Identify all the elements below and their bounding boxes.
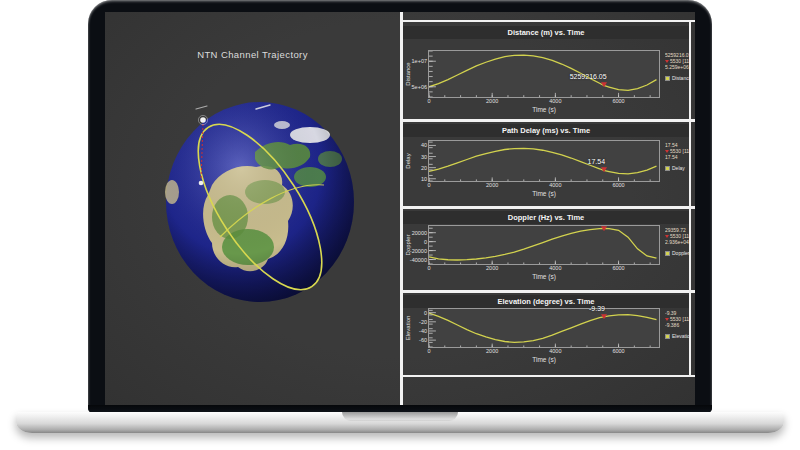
distance-y-ticks: 1e+075e+06 xyxy=(407,51,427,97)
doppler-legend: 29359.72 5530 [1106] 2.936e+04 Doppler xyxy=(665,227,689,256)
elevation-curve xyxy=(429,313,656,342)
doppler-chart-section: Doppler (Hz) vs. Time Doppler 200000-200… xyxy=(403,209,689,290)
distance-curve xyxy=(429,55,656,90)
path-delay-x-axis-label: Time (s) xyxy=(429,190,659,197)
x-tick-label: 6000 xyxy=(612,348,624,354)
elevation-plot-canvas xyxy=(429,309,659,347)
doppler-x-ticks: 0200040006000 xyxy=(429,264,659,272)
distance-chart-title: Distance (m) vs. Time xyxy=(403,26,689,39)
doppler-chart-title: Doppler (Hz) vs. Time xyxy=(403,211,689,224)
elevation-x-axis-label: Time (s) xyxy=(429,356,659,363)
x-tick-label: 2000 xyxy=(486,348,498,354)
series-legend-entry: Doppler xyxy=(665,250,689,256)
y-tick-label: 5e+06 xyxy=(412,84,427,90)
y-tick-label: 0 xyxy=(424,239,427,245)
x-tick-label: 0 xyxy=(427,265,430,271)
marker-icon xyxy=(665,150,669,153)
globe-shading xyxy=(166,102,354,302)
trajectory-panel-title: NTN Channel Trajectory xyxy=(105,49,400,60)
x-tick-label: 2000 xyxy=(486,182,498,188)
path-delay-y-ticks: 40302010 xyxy=(407,141,427,181)
y-tick-label: 30 xyxy=(421,154,427,160)
section-separator xyxy=(403,375,695,377)
path-delay-chart-section: Path Delay (ms) vs. Time Delay 40302010 … xyxy=(403,122,689,206)
trajectory-panel: NTN Channel Trajectory xyxy=(105,12,400,405)
charts-panel: Distance (m) vs. Time Distance 1e+075e+0… xyxy=(403,12,695,405)
laptop-lid-notch xyxy=(342,412,458,421)
elevation-chart-section: Elevation (degree) vs. Time Elevation 0-… xyxy=(403,293,689,375)
path-delay-plot-area[interactable]: Delay 40302010 0200040006000 Time (s) 17… xyxy=(428,140,660,182)
elevation-plot-area[interactable]: Elevation 0-20-40-60 0200040006000 Time … xyxy=(428,308,660,348)
x-tick-label: 4000 xyxy=(549,98,561,104)
x-tick-label: 0 xyxy=(427,98,430,104)
x-tick-label: 4000 xyxy=(549,348,561,354)
cursor-marker-icon xyxy=(601,168,607,173)
panel-right-edge xyxy=(689,20,691,377)
readout-sci: 17.54 xyxy=(665,154,689,160)
earth-globe-3d-view[interactable] xyxy=(160,97,360,307)
y-tick-label: -60 xyxy=(419,337,427,343)
x-tick-label: 6000 xyxy=(612,98,624,104)
series-legend-entry: Elevation xyxy=(665,333,689,339)
y-tick-label: 20 xyxy=(421,165,427,171)
app-screen: NTN Channel Trajectory xyxy=(105,12,695,405)
path-delay-x-ticks: 0200040006000 xyxy=(429,181,659,189)
y-tick-label: -20000 xyxy=(410,248,427,254)
y-tick-label: -40 xyxy=(419,328,427,334)
elevation-chart-title: Elevation (degree) vs. Time xyxy=(403,295,689,308)
cursor-marker-icon xyxy=(601,83,607,88)
distance-chart-section: Distance (m) vs. Time Distance 1e+075e+0… xyxy=(403,22,689,119)
readout-sci: -9.386 xyxy=(665,322,689,328)
series-swatch-icon xyxy=(665,334,670,339)
marker-icon xyxy=(665,60,669,63)
y-tick-label: -20 xyxy=(419,319,427,325)
x-tick-label: 6000 xyxy=(612,182,624,188)
satellite-icon xyxy=(200,117,206,123)
cursor-marker-icon xyxy=(601,226,607,231)
cursor-marker-icon xyxy=(601,314,607,319)
orbit-trail-streak xyxy=(196,106,207,109)
distance-x-axis-label: Time (s) xyxy=(429,106,659,113)
readout-sci: 5.259e+06 xyxy=(665,64,689,70)
distance-plot-canvas xyxy=(429,51,659,97)
cursor-value-annotation: 17.54 xyxy=(588,158,606,165)
y-tick-label: -40000 xyxy=(410,257,427,263)
marker-icon xyxy=(665,235,669,238)
y-tick-label: 1e+07 xyxy=(412,58,427,64)
path-delay-chart-title: Path Delay (ms) vs. Time xyxy=(403,124,689,137)
cursor-value-annotation: -9.39 xyxy=(589,305,605,312)
series-legend-entry: Distance xyxy=(665,75,689,81)
elevation-x-ticks: 0200040006000 xyxy=(429,347,659,355)
path-delay-plot-canvas xyxy=(429,141,659,181)
doppler-x-axis-label: Time (s) xyxy=(429,273,659,280)
marker-icon xyxy=(665,318,669,321)
series-swatch-icon xyxy=(665,166,670,171)
doppler-y-ticks: 200000-20000-40000 xyxy=(407,226,427,264)
x-tick-label: 0 xyxy=(427,348,430,354)
y-tick-label: 10 xyxy=(421,176,427,182)
y-tick-label: 20000 xyxy=(412,230,427,236)
doppler-plot-canvas xyxy=(429,226,659,264)
readout-sci: 2.936e+04 xyxy=(665,239,689,245)
path-delay-legend: 17.54 5530 [1106] 17.54 Delay xyxy=(665,142,689,171)
distance-plot-area[interactable]: Distance 1e+075e+06 0200040006000 Time (… xyxy=(428,50,660,98)
cursor-value-annotation: 5259216.05 xyxy=(570,73,607,80)
doppler-curve xyxy=(429,229,656,260)
series-legend-entry: Delay xyxy=(665,165,689,171)
series-swatch-icon xyxy=(665,76,670,81)
y-tick-label: 40 xyxy=(421,142,427,148)
x-tick-label: 2000 xyxy=(486,98,498,104)
path-delay-curve xyxy=(429,148,656,174)
x-tick-label: 4000 xyxy=(549,182,561,188)
x-tick-label: 2000 xyxy=(486,265,498,271)
distance-x-ticks: 0200040006000 xyxy=(429,97,659,105)
elevation-legend: -9.39 5530 [1106] -9.386 Elevation xyxy=(665,310,689,339)
ground-station-icon xyxy=(199,181,204,186)
elevation-y-ticks: 0-20-40-60 xyxy=(407,309,427,347)
x-tick-label: 4000 xyxy=(549,265,561,271)
series-swatch-icon xyxy=(665,251,670,256)
x-tick-label: 6000 xyxy=(612,265,624,271)
distance-legend: 5259216.05 5530 [1106] 5.259e+06 Distanc… xyxy=(665,52,689,81)
doppler-plot-area[interactable]: Doppler 200000-20000-40000 0200040006000… xyxy=(428,225,660,265)
y-tick-label: 0 xyxy=(424,310,427,316)
